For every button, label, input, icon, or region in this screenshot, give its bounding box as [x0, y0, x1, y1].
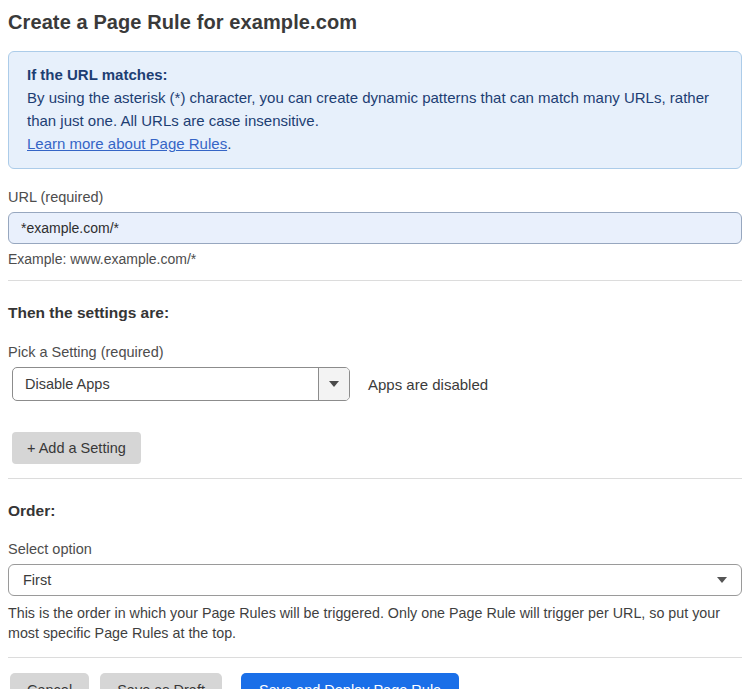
add-setting-button[interactable]: + Add a Setting: [12, 432, 141, 464]
url-field-label: URL (required): [8, 189, 742, 205]
url-input[interactable]: [8, 212, 742, 244]
url-match-info-box: If the URL matches: By using the asteris…: [8, 51, 742, 169]
link-suffix: .: [227, 135, 231, 152]
order-select-value: First: [23, 572, 51, 588]
url-example-hint: Example: www.example.com/*: [8, 251, 742, 267]
setting-picker-label: Pick a Setting (required): [8, 344, 742, 360]
order-help-text: This is the order in which your Page Rul…: [8, 603, 740, 643]
setting-status-text: Apps are disabled: [368, 376, 488, 393]
learn-more-link[interactable]: Learn more about Page Rules: [27, 135, 227, 152]
cancel-button[interactable]: Cancel: [10, 673, 89, 689]
order-section-heading: Order:: [8, 502, 742, 520]
info-box-link-line: Learn more about Page Rules.: [27, 132, 723, 155]
divider: [8, 280, 742, 281]
save-as-draft-button[interactable]: Save as Draft: [100, 673, 222, 689]
divider: [8, 657, 742, 658]
order-select[interactable]: First: [8, 564, 742, 596]
footer-button-row: Cancel Save as Draft Save and Deploy Pag…: [10, 673, 742, 689]
setting-row: Disable Apps Apps are disabled: [12, 367, 742, 401]
caret-down-icon: [717, 577, 727, 583]
info-box-body: By using the asterisk (*) character, you…: [27, 86, 723, 132]
settings-section-heading: Then the settings are:: [8, 304, 742, 322]
info-box-heading: If the URL matches:: [27, 63, 723, 86]
divider: [8, 478, 742, 479]
caret-down-icon: [329, 381, 339, 387]
save-and-deploy-button[interactable]: Save and Deploy Page Rule: [241, 673, 459, 689]
setting-select[interactable]: Disable Apps: [12, 367, 350, 401]
setting-select-value[interactable]: Disable Apps: [13, 368, 318, 400]
order-select-label: Select option: [8, 541, 742, 557]
page-title: Create a Page Rule for example.com: [8, 0, 742, 34]
setting-select-arrow-button[interactable]: [318, 368, 349, 400]
